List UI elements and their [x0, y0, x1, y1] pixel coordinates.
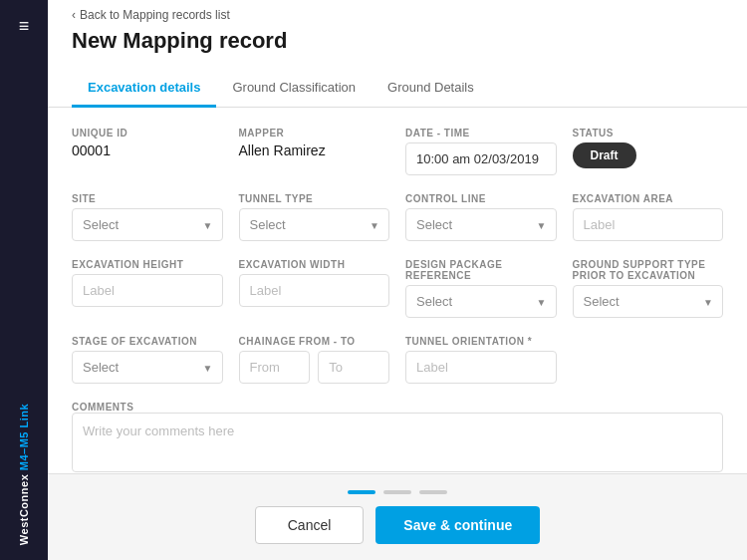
excavation-height-label: EXCAVATION HEIGHT [72, 259, 223, 270]
ground-support-select-wrapper: Select ▼ [573, 285, 724, 318]
field-comments: COMMENTS [72, 402, 723, 473]
stage-excavation-select-wrapper: Select ▼ [72, 351, 223, 384]
chainage-label: CHAINAGE FROM - TO [239, 336, 390, 347]
field-unique-id: UNIQUE ID 00001 [72, 128, 223, 175]
field-control-line: CONTROL LINE Select ▼ [405, 193, 557, 241]
control-line-select[interactable]: Select [405, 208, 557, 241]
tunnel-type-select[interactable]: Select [239, 208, 390, 241]
tunnel-type-label: TUNNEL TYPE [239, 193, 390, 204]
tunnel-orientation-input[interactable] [405, 351, 557, 384]
tunnel-orientation-label: TUNNEL ORIENTATION * [405, 336, 557, 347]
site-label: SITE [72, 193, 223, 204]
chevron-left-icon: ‹ [72, 8, 76, 22]
field-tunnel-orientation: TUNNEL ORIENTATION * [405, 336, 557, 384]
chainage-inputs [239, 351, 390, 384]
chainage-from-input[interactable] [239, 351, 311, 384]
mapper-value: Allen Ramirez [239, 142, 390, 158]
excavation-width-input[interactable] [239, 274, 390, 307]
save-continue-button[interactable]: Save & continue [375, 506, 540, 544]
progress-dot-3 [419, 490, 447, 494]
field-excavation-area: EXCAVATION AREA [573, 193, 724, 241]
date-time-label: DATE - TIME [405, 128, 557, 139]
tab-excavation-details[interactable]: Excavation details [72, 70, 216, 108]
tab-bar: Excavation details Ground Classification… [48, 70, 747, 108]
tunnel-type-select-wrapper: Select ▼ [239, 208, 390, 241]
tab-ground-details[interactable]: Ground Details [372, 70, 490, 108]
mapper-label: MAPPER [239, 128, 390, 139]
field-excavation-height: EXCAVATION HEIGHT [72, 259, 223, 318]
chainage-to-input[interactable] [318, 351, 389, 384]
field-stage-of-excavation: STAGE OF EXCAVATION Select ▼ [72, 336, 223, 384]
excavation-area-label: EXCAVATION AREA [573, 193, 724, 204]
control-line-select-wrapper: Select ▼ [405, 208, 557, 241]
hamburger-icon[interactable]: ≡ [19, 16, 30, 37]
stage-excavation-select[interactable]: Select [72, 351, 223, 384]
footer-buttons: Cancel Save & continue [255, 506, 541, 544]
progress-dot-1 [348, 490, 375, 494]
progress-dots [348, 490, 447, 494]
ground-support-label: GROUND SUPPORT TYPE PRIOR TO EXCAVATION [573, 259, 724, 281]
field-tunnel-type: TUNNEL TYPE Select ▼ [239, 193, 390, 241]
field-excavation-width: EXCAVATION WIDTH [239, 259, 390, 318]
sidebar-brand: WestConnex M4–M5 Link [18, 404, 30, 545]
form-row-4: STAGE OF EXCAVATION Select ▼ CHAINAGE FR… [72, 336, 723, 384]
back-link[interactable]: ‹ Back to Mapping records list [72, 8, 723, 22]
excavation-height-input[interactable] [72, 274, 223, 307]
form-row-2: SITE Select ▼ TUNNEL TYPE Select ▼ [72, 193, 723, 241]
excavation-area-input[interactable] [573, 208, 724, 241]
status-badge: Draft [573, 142, 636, 168]
sidebar: ≡ WestConnex M4–M5 Link [0, 0, 48, 560]
form-area: UNIQUE ID 00001 MAPPER Allen Ramirez DAT… [48, 108, 747, 473]
design-package-label: DESIGN PACKAGE REFERENCE [405, 259, 557, 281]
field-ground-support-type: GROUND SUPPORT TYPE PRIOR TO EXCAVATION … [573, 259, 724, 318]
topbar: ‹ Back to Mapping records list New Mappi… [48, 0, 747, 70]
design-package-select[interactable]: Select [405, 285, 557, 318]
excavation-width-label: EXCAVATION WIDTH [239, 259, 390, 270]
form-row-1: UNIQUE ID 00001 MAPPER Allen Ramirez DAT… [72, 128, 723, 175]
field-status: STATUS Draft [573, 128, 724, 175]
footer: Cancel Save & continue [48, 473, 747, 560]
site-select[interactable]: Select [72, 208, 223, 241]
comments-label: COMMENTS [72, 402, 723, 413]
field-chainage: CHAINAGE FROM - TO [239, 336, 390, 384]
field-date-time: DATE - TIME [405, 128, 557, 175]
unique-id-label: UNIQUE ID [72, 128, 223, 139]
unique-id-value: 00001 [72, 142, 223, 158]
form-row-3: EXCAVATION HEIGHT EXCAVATION WIDTH DESIG… [72, 259, 723, 318]
field-mapper: MAPPER Allen Ramirez [239, 128, 390, 175]
comments-textarea[interactable] [72, 413, 723, 472]
design-package-select-wrapper: Select ▼ [405, 285, 557, 318]
field-design-package-reference: DESIGN PACKAGE REFERENCE Select ▼ [405, 259, 557, 318]
page-title: New Mapping record [72, 28, 723, 54]
cancel-button[interactable]: Cancel [255, 506, 365, 544]
control-line-label: CONTROL LINE [405, 193, 557, 204]
tab-ground-classification[interactable]: Ground Classification [216, 70, 372, 108]
stage-excavation-label: STAGE OF EXCAVATION [72, 336, 223, 347]
back-link-label: Back to Mapping records list [80, 8, 230, 22]
field-site: SITE Select ▼ [72, 193, 223, 241]
progress-dot-2 [383, 490, 411, 494]
status-label: STATUS [573, 128, 724, 139]
date-time-input[interactable] [405, 142, 557, 175]
site-select-wrapper: Select ▼ [72, 208, 223, 241]
ground-support-select[interactable]: Select [573, 285, 724, 318]
main-content: ‹ Back to Mapping records list New Mappi… [48, 0, 747, 560]
